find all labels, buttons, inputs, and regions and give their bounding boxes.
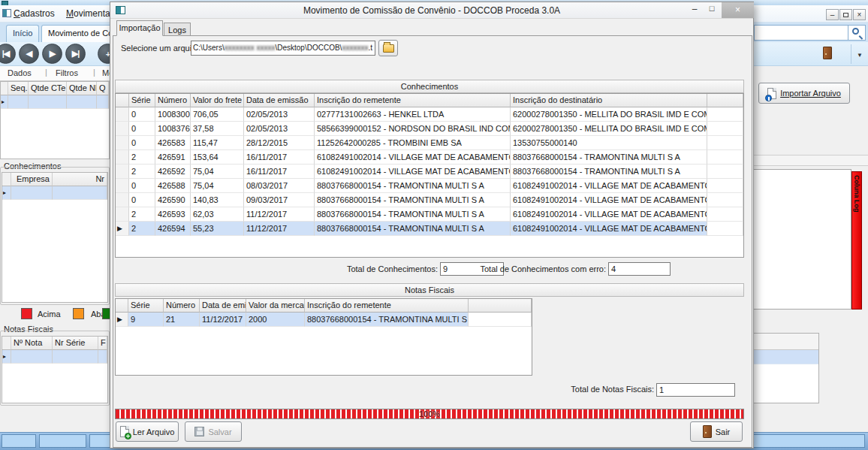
tab-logs[interactable]: Logs <box>164 23 191 36</box>
table-cell: 61082491002014 - VILLAGE MAT DE ACABAMEN… <box>315 150 511 165</box>
mdi-restore-button[interactable] <box>839 9 852 20</box>
column-header[interactable]: Data de emissão <box>200 299 246 313</box>
table-row[interactable]: 242659275,0416/11/201761082491002014 - V… <box>116 165 743 179</box>
nav-prev-button[interactable]: ◀ <box>19 44 39 64</box>
salvar-button[interactable]: Salvar <box>185 421 242 442</box>
column-header[interactable]: Empresa <box>11 173 53 186</box>
row-indicator <box>116 107 129 122</box>
column-header[interactable]: Qtde CTe <box>29 82 67 95</box>
table-cell: 61082491002014 - VILLAGE MAT DE ACABAMEN… <box>511 179 707 193</box>
column-header[interactable]: Nº Nota <box>11 337 53 350</box>
column-header[interactable]: Inscrição do destinatário <box>511 94 707 107</box>
table-cell: 1008376 <box>155 122 191 136</box>
table-cell: 08/03/2017 <box>244 179 315 193</box>
nav-next-button[interactable]: ▶ <box>42 44 62 64</box>
nav-first-button[interactable]: |◀ <box>0 44 16 64</box>
import-file-icon <box>767 88 776 99</box>
subtab-separator: | <box>45 68 47 77</box>
table-row[interactable]: ▸ <box>1 95 109 109</box>
table-cell: 426592 <box>155 165 191 179</box>
row-indicator <box>116 122 129 136</box>
table-cell: 2000 <box>246 313 305 327</box>
table-cell: 28/12/2015 <box>244 136 315 150</box>
column-header[interactable]: Data de emissão <box>244 94 315 107</box>
conhecimentos-section-header: Conhecimentos <box>115 80 744 93</box>
nav-last-button[interactable]: ▶| <box>65 44 86 64</box>
file-path-text: .t <box>368 44 372 52</box>
column-header[interactable]: Q <box>97 82 109 95</box>
column-header[interactable]: Série <box>129 94 155 107</box>
indicator-column <box>1 82 8 95</box>
indicator-column <box>2 337 11 350</box>
exit-button[interactable] <box>823 47 832 59</box>
table-row[interactable]: 01008300706,0502/05/201302777131002663 -… <box>116 107 743 122</box>
coluna-log-bar[interactable]: Coluna Log <box>851 171 862 310</box>
table-header-row: SérieNúmeroValor do freteData de emissão… <box>116 94 743 107</box>
table-row[interactable]: ▶242659455,2311/12/201788037668000154 - … <box>116 222 743 236</box>
column-header[interactable]: Nr <box>53 173 107 186</box>
table-row[interactable]: ▸ <box>2 186 107 200</box>
notas-mini-header: Nº Nota Nr Série F <box>2 337 107 350</box>
dropdown-caret-icon[interactable]: ▼ <box>857 52 863 59</box>
table-row[interactable]: 0426590140,8309/03/201788037668000154 - … <box>116 193 743 207</box>
table-row[interactable]: 0426583115,4728/12/201511252642000285 - … <box>116 136 743 150</box>
minimize-icon[interactable]: – <box>689 4 701 17</box>
table-row[interactable]: ▶92111/12/2017200088037668000154 - TRAMO… <box>116 313 532 327</box>
table-row[interactable]: 2426591153,6416/11/201761082491002014 - … <box>116 150 743 165</box>
column-header[interactable]: Inscrição do remetente <box>305 299 469 313</box>
row-filler <box>707 207 743 222</box>
column-header[interactable]: Qtde NF <box>67 82 97 95</box>
file-path-text: C:\Users\ <box>193 44 225 52</box>
column-header[interactable]: Número <box>164 299 200 313</box>
table-cell: 75,04 <box>191 179 244 193</box>
mdi-minimize-button[interactable]: – <box>826 9 839 20</box>
notas-table: SérieNúmeroData de emissãoValor da merca… <box>115 298 532 376</box>
table-row[interactable]: ▸ <box>2 350 107 364</box>
table-row[interactable]: 242659362,0311/12/201788037668000154 - T… <box>116 207 743 222</box>
importar-arquivo-button[interactable]: Importar Arquivo <box>758 83 850 104</box>
table-cell: 58566399000152 - NORDSON DO BRASIL IND C… <box>315 122 511 136</box>
subtab-dados[interactable]: Dados <box>8 68 32 77</box>
column-header[interactable]: Seq. <box>8 82 29 95</box>
table-cell: 13530755000140 <box>511 136 707 150</box>
search-icon <box>852 28 859 35</box>
table-row[interactable]: 0100837637,5802/05/201358566399000152 - … <box>116 122 743 136</box>
column-header[interactable]: Inscrição do remetente <box>315 94 511 107</box>
tab-inicio[interactable]: Início <box>6 25 39 42</box>
ler-arquivo-button[interactable]: Ler Arquivo <box>116 421 179 442</box>
row-indicator <box>116 136 129 150</box>
column-header[interactable]: Valor da mercadoria <box>246 299 305 313</box>
splitter[interactable] <box>754 155 868 166</box>
row-indicator: ▸ <box>1 95 8 109</box>
browse-file-button[interactable] <box>378 40 398 56</box>
ler-arquivo-label: Ler Arquivo <box>133 427 175 436</box>
search-input[interactable] <box>754 25 848 41</box>
table-cell: 426590 <box>155 193 191 207</box>
table-row[interactable]: 042658875,0408/03/201788037668000154 - T… <box>116 179 743 193</box>
column-header[interactable]: F <box>98 337 107 350</box>
seq-grid: Seq. Qtde CTe Qtde NF Q ▸ <box>0 81 110 159</box>
table-cell: 02/05/2013 <box>244 122 315 136</box>
table-cell: 88037668000154 - TRAMONTINA MULTI S A <box>511 150 707 165</box>
nav-last-icon: ▶| <box>72 49 80 59</box>
sair-door-icon <box>703 425 712 438</box>
file-path-input[interactable]: C:\Users\xxxxxxxx xxxxx\Desktop\DOCCOB\x… <box>191 41 375 56</box>
close-icon[interactable]: × <box>722 2 754 18</box>
progress-label: 100% <box>116 409 743 419</box>
maximize-icon[interactable]: □ <box>706 4 718 17</box>
total-notas-label: Total de Notas Fiscais: <box>504 385 654 394</box>
column-header[interactable]: Número <box>155 94 191 107</box>
search-button[interactable] <box>848 25 866 41</box>
mdi-close-button[interactable]: × <box>853 9 866 20</box>
column-header[interactable]: Nr Série <box>53 337 98 350</box>
total-erro-input[interactable]: 4 <box>608 262 671 276</box>
column-header[interactable]: Série <box>128 299 164 313</box>
column-header[interactable]: Valor do frete <box>191 94 244 107</box>
sair-button[interactable]: Sair <box>690 421 743 442</box>
subtab-filtros[interactable]: Filtros <box>56 68 78 77</box>
menu-item-cadastros[interactable]: Cadastros <box>14 8 55 19</box>
tab-importacao[interactable]: Importação <box>116 20 163 36</box>
status-panel <box>39 434 86 448</box>
total-notas-input[interactable]: 1 <box>656 383 735 397</box>
row-filler <box>707 122 743 136</box>
